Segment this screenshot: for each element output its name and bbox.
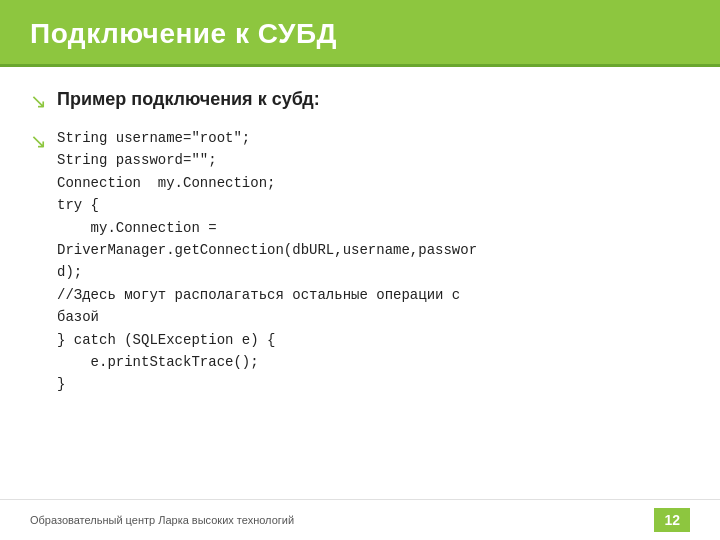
code-line-12: }: [57, 373, 477, 395]
code-line-5: my.Connection =: [57, 217, 477, 239]
bullet-text-1: Пример подключения к субд:: [57, 87, 320, 112]
slide-content: ↘ Пример подключения к субд: ↘ String us…: [0, 67, 720, 499]
slide-header: Подключение к СУБД: [0, 0, 720, 67]
code-line-2: String password="";: [57, 149, 477, 171]
code-line-11: e.printStackTrace();: [57, 351, 477, 373]
bullet-arrow-2: ↘: [30, 129, 47, 153]
footer-text: Образовательный центр Ларка высоких техн…: [30, 514, 294, 526]
bullet-item-1: ↘ Пример подключения к субд:: [30, 87, 690, 113]
code-line-9: базой: [57, 306, 477, 328]
slide-footer: Образовательный центр Ларка высоких техн…: [0, 499, 720, 540]
code-line-8: //Здесь могут располагаться остальные оп…: [57, 284, 477, 306]
bullet-arrow-1: ↘: [30, 89, 47, 113]
code-line-4: try {: [57, 194, 477, 216]
code-line-6: DriverManager.getConnection(dbURL,userna…: [57, 239, 477, 261]
code-line-3: Connection my.Connection;: [57, 172, 477, 194]
slide: Подключение к СУБД ↘ Пример подключения …: [0, 0, 720, 540]
bullet-item-2: ↘ String username="root"; String passwor…: [30, 127, 690, 396]
slide-title: Подключение к СУБД: [30, 18, 337, 49]
code-line-7: d);: [57, 261, 477, 283]
code-line-1: String username="root";: [57, 127, 477, 149]
code-line-10: } catch (SQLException e) {: [57, 329, 477, 351]
page-number: 12: [654, 508, 690, 532]
code-block: String username="root"; String password=…: [57, 127, 477, 396]
